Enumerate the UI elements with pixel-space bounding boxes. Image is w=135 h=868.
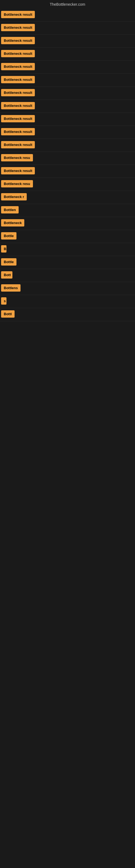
bottleneck-badge[interactable]: Bottleneck result [1,141,35,148]
results-container: Bottleneck resultBottleneck resultBottle… [0,9,135,321]
result-row: Bottleneck result [0,87,135,100]
result-row: Bottleneck [0,217,135,230]
bottleneck-badge[interactable]: s [1,297,6,305]
result-row: Bottleneck result [0,61,135,74]
bottleneck-badge[interactable]: Bottleneck result [1,167,35,175]
result-row: Bottleneck result [0,74,135,87]
result-row: Bottle [0,230,135,243]
bottleneck-badge[interactable]: Bottleneck result [1,89,35,96]
bottleneck-badge[interactable]: Bottleneck result [1,128,35,135]
result-row: Bottleneck result [0,126,135,139]
bottleneck-badge[interactable]: Bottlens [1,284,20,291]
result-row: Bottleneck result [0,100,135,113]
bottleneck-badge[interactable]: Bottleneck result [1,63,35,70]
bottleneck-badge[interactable]: Bottle [1,258,16,266]
bottleneck-badge[interactable]: Bottleneck result [1,50,35,57]
result-row: B [0,243,135,256]
result-row: Bottleneck result [0,165,135,178]
bottleneck-badge[interactable]: Bottleneck result [1,24,35,31]
bottleneck-badge[interactable]: Bottleneck r [1,193,27,200]
result-row: s [0,295,135,308]
bottleneck-badge[interactable]: Bottleneck resu [1,180,33,187]
bottleneck-badge[interactable]: Bottleneck resu [1,154,33,161]
result-row: Bottl [0,308,135,321]
bottleneck-badge[interactable]: B [1,245,6,252]
result-row: Bottleneck result [0,9,135,22]
result-row: Bottleneck result [0,48,135,61]
bottleneck-badge[interactable]: Bottle [1,232,16,240]
result-row: Bottleneck result [0,113,135,126]
bottleneck-badge[interactable]: Bottl [1,310,14,318]
bottleneck-badge[interactable]: Bottlen [1,206,18,214]
result-row: Bott [0,269,135,282]
bottleneck-badge[interactable]: Bott [1,271,12,279]
bottleneck-badge[interactable]: Bottleneck result [1,102,35,109]
result-row: Bottlen [0,204,135,217]
result-row: Bottleneck result [0,139,135,152]
result-row: Bottleneck result [0,22,135,35]
bottleneck-badge[interactable]: Bottleneck result [1,76,35,83]
bottleneck-badge[interactable]: Bottleneck [1,219,24,226]
result-row: Bottleneck resu [0,178,135,191]
result-row: Bottleneck resu [0,152,135,165]
bottleneck-badge[interactable]: Bottleneck result [1,37,35,44]
result-row: Bottleneck r [0,191,135,204]
result-row: Bottleneck result [0,35,135,48]
site-title: TheBottlenecker.com [0,0,135,9]
bottleneck-badge[interactable]: Bottleneck result [1,11,35,18]
bottleneck-badge[interactable]: Bottleneck result [1,115,35,122]
result-row: Bottle [0,256,135,269]
result-row: Bottlens [0,282,135,295]
